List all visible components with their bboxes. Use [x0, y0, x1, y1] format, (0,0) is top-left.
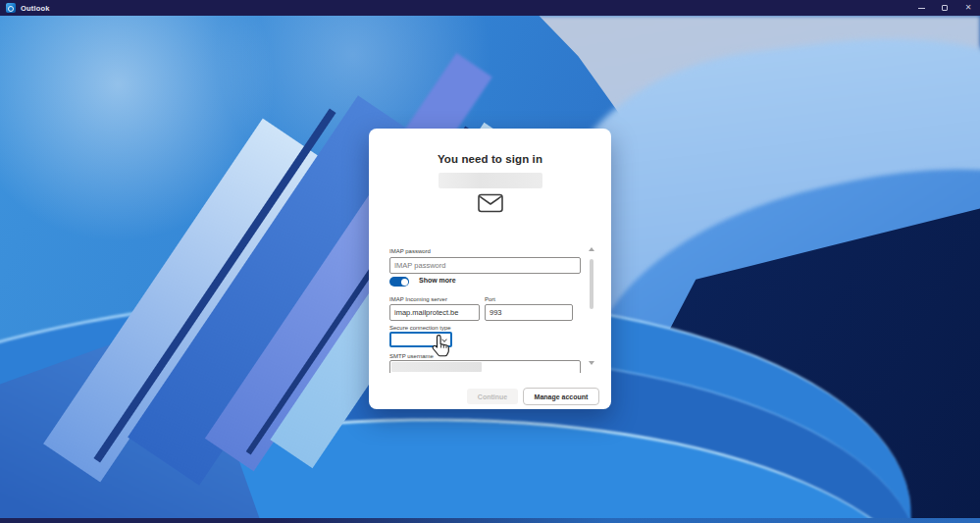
- account-settings-scroll-area: IMAP password Show more IMAP Incoming se…: [383, 244, 598, 373]
- minimize-icon: [918, 8, 925, 9]
- secure-connection-label: Secure connection type: [389, 325, 451, 331]
- redacted-account-email: [438, 173, 542, 188]
- close-icon: ✕: [965, 4, 972, 12]
- titlebar: Outlook ✕: [0, 0, 980, 16]
- continue-button[interactable]: Continue: [467, 389, 518, 404]
- outlook-window: Outlook ✕ You need to sign in: [0, 0, 980, 523]
- scroll-up-icon[interactable]: [589, 247, 594, 251]
- imap-password-input[interactable]: [389, 257, 581, 274]
- wallpaper-bottom-strip: [0, 518, 980, 523]
- redacted-smtp-username: [391, 362, 482, 372]
- manage-account-button[interactable]: Manage account: [523, 388, 599, 405]
- show-more-label: Show more: [419, 277, 456, 284]
- smtp-username-label: SMTP username: [389, 353, 434, 359]
- scrollbar-thumb[interactable]: [590, 259, 593, 309]
- window-controls: ✕: [909, 0, 980, 16]
- imap-server-input[interactable]: [389, 304, 480, 321]
- form-scrollbar[interactable]: [589, 244, 594, 373]
- maximize-icon: [942, 5, 948, 11]
- imap-server-label: IMAP Incoming server: [389, 296, 447, 302]
- scroll-down-icon[interactable]: [589, 361, 594, 365]
- port-label: Port: [485, 296, 495, 302]
- envelope-icon: [478, 193, 503, 213]
- toggle-knob: [401, 279, 408, 286]
- show-more-toggle[interactable]: [389, 277, 409, 287]
- imap-password-label: IMAP password: [389, 248, 431, 254]
- outlook-app-icon: [6, 3, 16, 13]
- window-title: Outlook: [21, 4, 50, 13]
- minimize-button[interactable]: [909, 0, 933, 16]
- dialog-title: You need to sign in: [369, 153, 611, 165]
- hand-cursor-icon: [432, 334, 452, 357]
- sign-in-dialog: You need to sign in IMAP password Show m…: [369, 129, 611, 409]
- maximize-button[interactable]: [933, 0, 956, 16]
- port-input[interactable]: [485, 304, 573, 321]
- close-button[interactable]: ✕: [956, 0, 980, 16]
